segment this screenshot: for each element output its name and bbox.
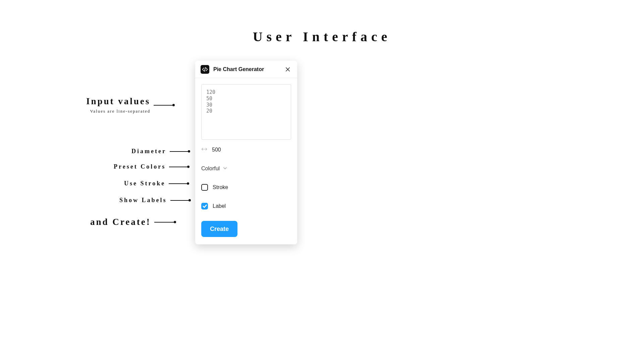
annotation-and-create: and Create!	[90, 217, 176, 227]
connector-line	[154, 104, 175, 106]
annotation-preset-colors: Preset Colors	[114, 163, 190, 170]
connector-line	[170, 199, 191, 201]
annotation-input-values-label: Input values	[86, 96, 150, 107]
diameter-row	[201, 145, 291, 155]
close-icon[interactable]	[284, 65, 292, 73]
horizontal-arrow-icon	[201, 147, 207, 153]
annotation-show-labels: Show Labels	[119, 197, 191, 204]
annotation-input-values: Input values Values are line-separated	[86, 96, 175, 114]
preset-colors-value: Colorful	[201, 166, 220, 172]
label-checkbox-label: Label	[213, 203, 226, 209]
stroke-checkbox-label: Stroke	[213, 184, 228, 190]
code-icon	[201, 65, 209, 74]
panel-header: Pie Chart Generator	[195, 61, 297, 78]
page-title: User Interface	[0, 29, 644, 45]
generator-panel: Pie Chart Generator Colorful Stroke	[195, 61, 297, 244]
label-checkbox[interactable]	[201, 203, 208, 209]
connector-line	[170, 150, 190, 153]
chevron-down-icon	[223, 166, 227, 172]
stroke-row: Stroke	[201, 183, 291, 192]
panel-title: Pie Chart Generator	[213, 66, 284, 72]
panel-body: Colorful Stroke Label Create	[195, 78, 297, 244]
create-button[interactable]: Create	[201, 221, 237, 237]
annotation-preset-colors-label: Preset Colors	[114, 163, 166, 170]
preset-colors-row: Colorful	[201, 164, 291, 173]
connector-line	[169, 182, 189, 185]
diameter-input[interactable]	[212, 147, 239, 153]
annotation-input-values-sub: Values are line-separated	[90, 109, 150, 114]
stroke-checkbox[interactable]	[201, 184, 208, 191]
annotation-show-labels-label: Show Labels	[119, 197, 167, 204]
label-row: Label	[201, 201, 291, 211]
annotation-diameter: Diameter	[131, 148, 190, 155]
annotation-diameter-label: Diameter	[131, 148, 166, 155]
annotation-use-stroke: Use Stroke	[124, 180, 189, 187]
preset-colors-dropdown[interactable]: Colorful	[201, 166, 227, 172]
connector-line	[169, 166, 190, 168]
annotation-use-stroke-label: Use Stroke	[124, 180, 165, 187]
annotation-and-create-label: and Create!	[90, 217, 151, 227]
connector-line	[154, 221, 176, 223]
values-input[interactable]	[201, 84, 291, 140]
